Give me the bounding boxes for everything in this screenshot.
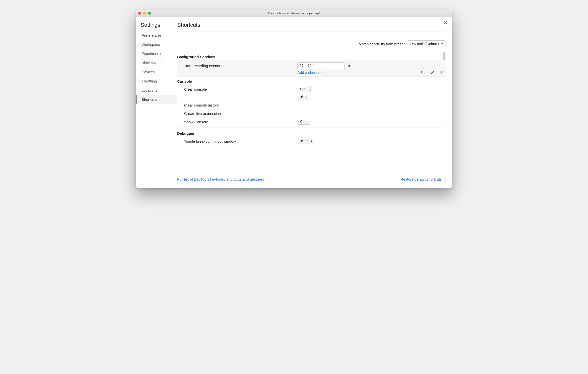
section-background-services: Background Services Start recording even… — [177, 52, 445, 77]
preset-select-value: DevTools (Default) — [410, 42, 439, 46]
sidebar-item-shortcuts[interactable]: Shortcuts — [136, 95, 177, 104]
preset-row: Match shortcuts from preset DevTools (De… — [177, 31, 445, 52]
section-title: Debugger — [177, 129, 445, 137]
shortcut-label: Start recording events — [184, 62, 297, 68]
key-chip: Ctrl ` — [298, 119, 310, 125]
trash-icon[interactable] — [347, 64, 351, 68]
cancel-icon[interactable]: ✕ — [439, 70, 444, 75]
sidebar-item-devices[interactable]: Devices — [136, 67, 177, 77]
sidebar-item-workspace[interactable]: Workspace — [136, 40, 177, 49]
shortcut-label: Show Console — [184, 119, 298, 124]
shortcut-label: Create live expression — [184, 110, 298, 116]
sidebar-item-throttling[interactable]: Throttling — [136, 77, 177, 86]
preset-select[interactable]: DevTools (Default) — [408, 40, 445, 47]
window-title: DevTools - web.dev/why-coop-coep/ — [136, 11, 452, 15]
section-title: Console — [177, 77, 445, 85]
shortcuts-scroll-area[interactable]: Background Services Start recording even… — [177, 52, 445, 172]
chevron-down-icon — [441, 43, 443, 45]
key-chip: ⌘ K — [298, 94, 309, 100]
sidebar-item-preferences[interactable]: Preferences — [136, 31, 177, 40]
sidebar-item-locations[interactable]: Locations — [136, 86, 177, 95]
titlebar: DevTools - web.dev/why-coop-coep/ — [136, 10, 452, 17]
preset-label: Match shortcuts from preset — [359, 42, 405, 46]
key-chip: Ctrl L — [298, 86, 311, 92]
sidebar-item-blackboxing[interactable]: Blackboxing — [136, 58, 177, 67]
shortcut-row-toggle-breakpoint[interactable]: Toggle breakpoint input window ⌘ ⌥ B — [177, 137, 445, 145]
window-maximize-button[interactable] — [148, 12, 151, 15]
sidebar-heading: Settings — [136, 22, 177, 31]
shortcut-row-show-console[interactable]: Show Console Ctrl ` — [177, 118, 445, 126]
footer: Full list of DevTools keyboard shortcuts… — [177, 172, 445, 184]
section-debugger: Debugger Toggle breakpoint input window … — [177, 129, 445, 145]
shortcut-row-live-expression[interactable]: Create live expression — [177, 109, 445, 118]
window-minimize-button[interactable] — [143, 12, 146, 15]
sidebar: Settings Preferences Workspace Experimen… — [136, 17, 177, 188]
shortcut-input[interactable] — [297, 62, 344, 69]
shortcut-label: Toggle breakpoint input window — [184, 138, 298, 143]
shortcut-row-clear-console[interactable]: Clear console Ctrl L ⌘ K — [177, 85, 445, 101]
settings-panel: ✕ Settings Preferences Workspace Experim… — [136, 17, 452, 188]
restore-defaults-button[interactable]: Restore default shortcuts — [397, 175, 445, 183]
key-chip: ⌘ ⌥ B — [298, 138, 314, 144]
shortcut-row-clear-history[interactable]: Clear console history — [177, 101, 445, 109]
add-shortcut-link[interactable]: Add a shortcut — [297, 70, 321, 75]
section-console: Console Clear console Ctrl L ⌘ K Clear c… — [177, 77, 445, 128]
section-title: Background Services — [177, 52, 445, 60]
app-window: DevTools - web.dev/why-coop-coep/ ✕ Sett… — [136, 10, 452, 188]
shortcut-label: Clear console history — [184, 102, 298, 107]
close-icon[interactable]: ✕ — [443, 20, 448, 25]
edit-actions: ✕ — [420, 70, 444, 75]
full-shortcuts-link[interactable]: Full list of DevTools keyboard shortcuts… — [177, 177, 264, 181]
shortcut-label: Clear console — [184, 86, 298, 91]
main-area: Shortcuts Match shortcuts from preset De… — [177, 17, 452, 188]
undo-icon[interactable] — [420, 70, 425, 75]
sidebar-item-experiments[interactable]: Experiments — [136, 49, 177, 58]
window-close-button[interactable] — [138, 12, 141, 15]
traffic-lights — [138, 12, 151, 15]
check-icon[interactable] — [430, 70, 435, 75]
editing-shortcut-row: Start recording events Add a shortcut — [177, 60, 445, 77]
page-title: Shortcuts — [177, 22, 445, 31]
